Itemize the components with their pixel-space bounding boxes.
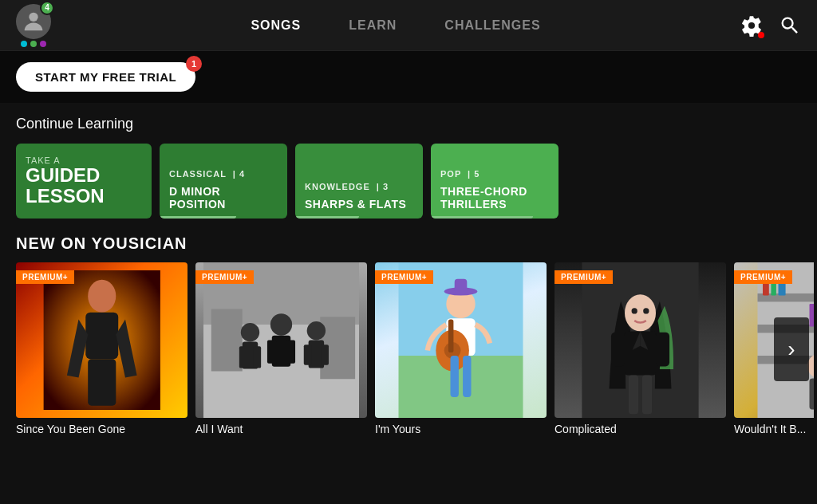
song-cards-list: PREMIUM+ Since You Been Gone [16, 262, 801, 435]
classical-title: D MINOR POSITION [169, 185, 278, 211]
svg-rect-4 [88, 359, 116, 406]
dot-1 [21, 41, 27, 47]
continue-learning-section: Continue Learning Take a GUIDEDLESSON CL… [0, 103, 817, 226]
song-title-2: All I Want [195, 423, 367, 435]
nav-right [740, 14, 801, 37]
svg-point-34 [625, 294, 656, 331]
top-navigation: 4 SONGS LEARN CHALLENGES [0, 0, 817, 51]
knowledge-card[interactable]: KNOWLEDGE | 3 SHARPS & FLATS [295, 144, 423, 219]
song-card-2[interactable]: PREMIUM+ [195, 262, 367, 418]
svg-point-35 [632, 308, 637, 313]
trial-button-label: START MY FREE TRIAL [35, 70, 176, 84]
next-button[interactable]: › [774, 317, 809, 381]
premium-badge-4: PREMIUM+ [555, 270, 613, 284]
song-card-image-1 [16, 262, 187, 418]
knowledge-progress-bar [295, 216, 359, 219]
knowledge-title: SHARPS & FLATS [305, 198, 413, 211]
nav-dots [21, 41, 46, 47]
guided-main: GUIDEDLESSON [26, 165, 142, 207]
svg-point-2 [88, 279, 116, 312]
song-card-3[interactable]: PREMIUM+ [375, 262, 547, 418]
trial-badge: 1 [186, 56, 202, 72]
knowledge-header: KNOWLEDGE | 3 [305, 182, 413, 191]
svg-rect-31 [451, 356, 459, 397]
svg-rect-12 [253, 346, 261, 368]
song-card-wrap-1: PREMIUM+ Since You Been Gone [16, 262, 187, 435]
svg-rect-15 [267, 341, 277, 364]
nav-center: SONGS LEARN CHALLENGES [251, 18, 540, 33]
svg-rect-16 [286, 341, 295, 364]
notification-dot [758, 32, 764, 38]
svg-rect-20 [321, 345, 329, 364]
svg-point-13 [270, 313, 292, 335]
svg-point-36 [643, 308, 649, 313]
guitarist-figure [25, 270, 180, 411]
pop-header: POP | 5 [440, 169, 549, 179]
song-card-image-2 [195, 262, 367, 418]
svg-point-0 [29, 12, 37, 21]
search-button[interactable] [779, 14, 801, 37]
svg-rect-19 [304, 345, 312, 364]
dot-2 [30, 41, 37, 47]
premium-badge-3: PREMIUM+ [375, 270, 433, 284]
new-section-title: NEW ON YOUSICIAN [16, 234, 801, 253]
guided-lesson-card[interactable]: Take a GUIDEDLESSON [16, 144, 152, 219]
svg-rect-38 [611, 333, 625, 367]
new-on-yousician-section: NEW ON YOUSICIAN [0, 226, 817, 435]
song-card-4[interactable]: PREMIUM+ [555, 262, 726, 418]
song-title-1: Since You Been Gone [16, 423, 187, 435]
trial-banner: START MY FREE TRIAL 1 [0, 51, 817, 103]
svg-rect-41 [642, 375, 652, 414]
svg-rect-7 [211, 309, 243, 372]
svg-rect-49 [810, 304, 815, 327]
band-figure [195, 262, 367, 418]
song-title-5: Wouldn't It B... [734, 423, 814, 435]
song-card-1[interactable]: PREMIUM+ [16, 262, 187, 418]
nav-left: 4 [16, 4, 51, 47]
pop-card[interactable]: POP | 5 THREE-CHORD THRILLERS [431, 144, 558, 219]
svg-rect-40 [629, 375, 638, 414]
settings-button[interactable] [740, 14, 763, 37]
svg-rect-11 [239, 346, 247, 368]
avatar-wrapper[interactable]: 4 [16, 4, 51, 39]
pop-title: THREE-CHORD THRILLERS [440, 185, 549, 211]
svg-point-17 [307, 321, 326, 340]
nav-challenges[interactable]: CHALLENGES [444, 18, 540, 33]
chevron-right-icon: › [787, 337, 795, 362]
dot-3 [40, 41, 46, 47]
svg-rect-32 [463, 356, 471, 397]
premium-badge-2: PREMIUM+ [195, 270, 254, 284]
classical-card[interactable]: CLASSICAL | 4 D MINOR POSITION [160, 144, 287, 219]
svg-rect-30 [448, 320, 454, 353]
svg-rect-26 [455, 279, 468, 293]
song-card-wrap-4: PREMIUM+ Complicated [555, 262, 726, 435]
song-card-image-4 [555, 262, 726, 418]
lesson-cards: Take a GUIDEDLESSON CLASSICAL | 4 D MINO… [16, 144, 801, 219]
song-title-3: I'm Yours [375, 423, 547, 435]
classical-header: CLASSICAL | 4 [169, 169, 278, 179]
pop-progress-bar [431, 216, 533, 219]
song-cards-container: PREMIUM+ Since You Been Gone [16, 262, 801, 435]
song-card-image-3 [375, 262, 547, 418]
svg-rect-39 [656, 333, 669, 367]
continue-learning-title: Continue Learning [16, 116, 801, 132]
guided-take: Take a [26, 156, 142, 165]
trial-button[interactable]: START MY FREE TRIAL 1 [16, 62, 195, 92]
svg-rect-52 [810, 379, 815, 410]
search-icon [779, 14, 801, 37]
premium-badge-5: PREMIUM+ [734, 270, 792, 284]
classical-progress-bar [160, 216, 236, 219]
avatar-badge: 4 [40, 1, 54, 15]
song-card-wrap-2: PREMIUM+ All I Want [195, 262, 367, 435]
svg-rect-3 [85, 312, 118, 359]
premium-badge-1: PREMIUM+ [16, 270, 74, 284]
svg-point-9 [241, 323, 259, 341]
song-title-4: Complicated [555, 423, 726, 435]
nav-learn[interactable]: LEARN [349, 18, 397, 33]
female-figure [555, 262, 726, 418]
song-card-wrap-3: PREMIUM+ I'm Yours [375, 262, 547, 435]
nav-songs[interactable]: SONGS [251, 18, 301, 33]
acoustic-guitarist-figure [375, 262, 547, 418]
